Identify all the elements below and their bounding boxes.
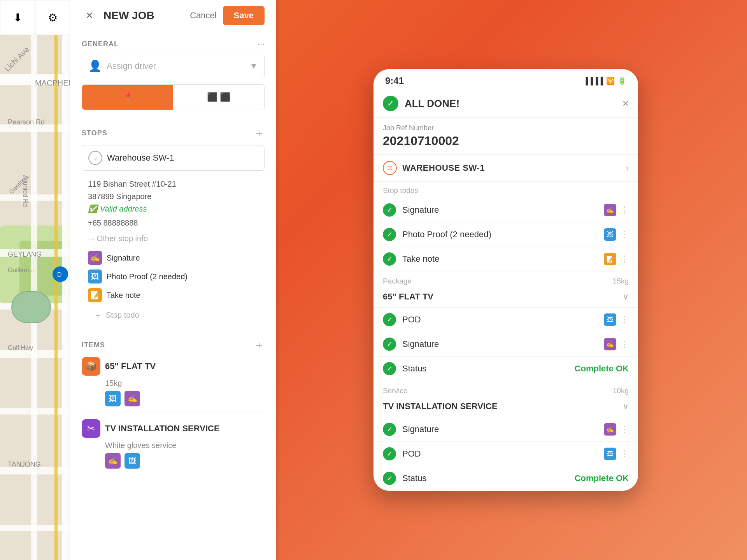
all-done-text: ALL DONE! — [405, 98, 622, 110]
svg-rect-26 — [12, 292, 51, 323]
map-tab-location[interactable]: 📍 — [82, 85, 173, 110]
phone-todo-check-note: ✓ — [383, 252, 396, 266]
package-weight: 15kg — [613, 277, 629, 285]
general-section-title: GENERAL — [82, 40, 119, 48]
installation-purple-icon: ✍ — [105, 453, 121, 469]
stop-details: 119 Bishan Street #10-21 387899 Singapor… — [82, 174, 265, 251]
close-button[interactable]: ✕ — [82, 8, 97, 23]
map-type-tabs: 📍 ⬛ ⬛ — [82, 84, 265, 110]
stops-add-icon[interactable]: ＋ — [254, 126, 265, 140]
warehouse-location-icon: ⊙ — [383, 161, 397, 175]
package-signature-icon: ✍ — [604, 338, 616, 350]
service-status-value: Complete OK — [575, 473, 629, 483]
check-icon: ✅ — [88, 203, 98, 215]
sidebar: ✕ NEW JOB Cancel Save GENERAL ··· 👤 Assi… — [70, 0, 276, 560]
stop-input-row: ○ — [82, 145, 265, 171]
save-button[interactable]: Save — [223, 6, 265, 25]
service-name-row[interactable]: TV INSTALLATION SERVICE ∨ — [374, 398, 638, 417]
package-sig-kebab-menu[interactable]: ⋮ — [620, 339, 629, 349]
svg-text:D: D — [57, 271, 62, 278]
add-todo-label: Stop todo — [106, 311, 139, 320]
item-icon-tv: 📦 — [82, 357, 100, 376]
stops-section-title: STOPS — [82, 129, 107, 137]
phone-todo-photo: ✓ Photo Proof (2 needed) 🖼 ⋮ — [374, 222, 638, 247]
service-status-label: Status — [402, 473, 575, 483]
package-chevron-icon: ∨ — [622, 292, 629, 302]
phone-time: 9:41 — [385, 75, 404, 86]
tv-blue-icon: 🖼 — [105, 391, 121, 406]
service-signature-icon: ✍ — [604, 423, 616, 436]
package-label: Package — [383, 277, 613, 285]
add-stop-todo[interactable]: ＋ Stop todo — [88, 307, 258, 324]
svg-text:Guillem...: Guillem... — [8, 267, 34, 273]
package-pod-icon: 🖼 — [604, 313, 616, 326]
stop-address-line1: 119 Bishan Street #10-21 — [88, 178, 258, 190]
job-ref-section: Job Ref Number 20210710002 — [374, 118, 638, 155]
settings-icon-button[interactable]: ⚙ — [35, 0, 70, 35]
service-sig-kebab-menu[interactable]: ⋮ — [620, 424, 629, 434]
package-signature-label: Signature — [402, 339, 604, 349]
tv-purple-icon: ✍ — [124, 391, 140, 406]
item-icons-installation: ✍ 🖼 — [105, 453, 265, 469]
items-section-header: ITEMS ＋ — [70, 330, 276, 357]
phone-todo-label-note: Take note — [402, 254, 604, 264]
item-header-tv: 📦 65" FLAT TV — [82, 357, 265, 376]
phone-todo-label-signature: Signature — [402, 205, 604, 215]
driver-label: Assign driver — [107, 61, 249, 71]
pod-kebab-menu[interactable]: ⋮ — [620, 315, 629, 325]
stop-location-icon: ○ — [88, 151, 102, 165]
stop-card: ○ 119 Bishan Street #10-21 387899 Singap… — [82, 145, 265, 324]
battery-icon: 🔋 — [618, 77, 626, 85]
installation-blue-icon: 🖼 — [124, 453, 140, 469]
items-add-icon[interactable]: ＋ — [254, 338, 265, 352]
item-name-installation: TV INSTALLATION SERVICE — [105, 424, 220, 434]
service-pod-row: ✓ POD 🖼 ⋮ — [374, 442, 638, 466]
package-status-label: Status — [402, 364, 575, 374]
note-kebab-menu[interactable]: ⋮ — [620, 254, 629, 264]
svg-text:GEYLANG: GEYLANG — [8, 250, 42, 258]
signature-kebab-menu[interactable]: ⋮ — [620, 205, 629, 215]
service-chevron-icon: ∨ — [622, 401, 629, 411]
phone-mockup: 9:41 ▐▐▐▐ 🛜 🔋 ✓ ALL DONE! × Job Ref Numb… — [374, 69, 638, 491]
service-name: TV INSTALLATION SERVICE — [383, 401, 622, 411]
general-section-header: GENERAL ··· — [70, 31, 276, 54]
phone-todo-check-photo: ✓ — [383, 228, 396, 241]
warehouse-chevron-icon: › — [626, 163, 629, 173]
signal-icon: ▐▐▐▐ — [583, 77, 603, 85]
dots-icon: ··· — [88, 232, 95, 245]
svg-text:Golf Hwy: Golf Hwy — [8, 345, 33, 351]
general-more-icon[interactable]: ··· — [258, 39, 265, 49]
item-header-installation: ✂ TV INSTALLATION SERVICE — [82, 419, 265, 438]
package-name: 65" FLAT TV — [383, 292, 622, 302]
package-status-row: ✓ Status Complete OK — [374, 357, 638, 381]
wifi-icon: 🛜 — [606, 77, 615, 85]
service-pod-check: ✓ — [383, 447, 396, 460]
valid-address-indicator: ✅ Valid address — [88, 203, 258, 215]
phone-todo-check-signature: ✓ — [383, 203, 396, 217]
phone-status-icons: ▐▐▐▐ 🛜 🔋 — [583, 77, 626, 85]
stops-section-header: STOPS ＋ — [70, 118, 276, 145]
page-title: NEW JOB — [103, 9, 190, 22]
add-todo-plus-icon: ＋ — [94, 310, 102, 320]
sidebar-body: GENERAL ··· 👤 Assign driver ▼ 📍 ⬛ ⬛ — [70, 31, 276, 560]
cancel-button[interactable]: Cancel — [190, 10, 216, 21]
other-stop-info[interactable]: ··· Other stop info — [88, 232, 258, 245]
package-name-row[interactable]: 65" FLAT TV ∨ — [374, 289, 638, 308]
service-pod-icon: 🖼 — [604, 448, 616, 460]
service-header: Service 10kg — [374, 381, 638, 398]
item-weight-tv: 15kg — [105, 379, 265, 388]
service-pod-kebab-menu[interactable]: ⋮ — [620, 449, 629, 459]
stop-name-input[interactable] — [107, 153, 258, 163]
item-card-tv: 📦 65" FLAT TV 15kg 🖼 ✍ — [82, 357, 265, 413]
photo-kebab-menu[interactable]: ⋮ — [620, 229, 629, 240]
all-done-banner: ✓ ALL DONE! × — [374, 89, 638, 118]
driver-assign-row[interactable]: 👤 Assign driver ▼ — [82, 54, 265, 78]
signature-todo-label: Signature — [107, 254, 140, 262]
download-icon-button[interactable]: ⬇ — [0, 0, 35, 35]
all-done-close-button[interactable]: × — [622, 97, 629, 110]
todo-item-signature: ✍ Signature — [88, 251, 258, 265]
package-status-value: Complete OK — [575, 364, 629, 374]
phone-status-bar: 9:41 ▐▐▐▐ 🛜 🔋 — [374, 69, 638, 89]
warehouse-header[interactable]: ⊙ WAREHOUSE SW-1 › — [374, 155, 638, 182]
map-tab-waypoints[interactable]: ⬛ ⬛ — [173, 85, 264, 110]
